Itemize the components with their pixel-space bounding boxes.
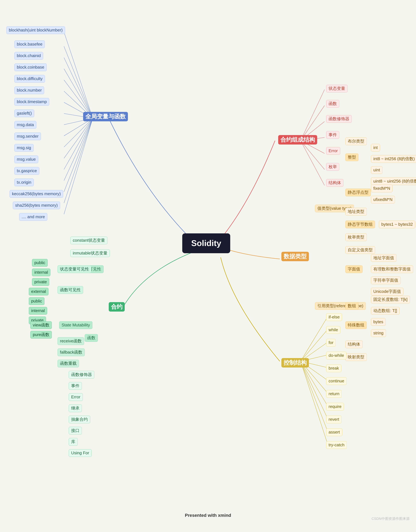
svg-line-18 [64, 118, 93, 158]
center-label: Solidity [191, 238, 221, 249]
svg-line-6 [301, 141, 325, 185]
const-var: constant状态变量 [70, 237, 107, 244]
lit-4: Unicode字面值 [371, 288, 403, 295]
array-node: 数组 [345, 302, 359, 310]
svg-line-20 [64, 118, 93, 181]
fv-internal: internal [29, 307, 47, 315]
gc-inherit: 继承 [69, 404, 82, 412]
center-node: Solidity [182, 233, 230, 253]
svg-line-23 [64, 118, 93, 214]
green-main-node: 合约 [109, 302, 125, 312]
spec-1: bytes [371, 318, 386, 326]
gc-modifier: 函数修饰器 [69, 371, 94, 379]
yellow-main-node: 控制结构 [281, 358, 309, 368]
func-overload: 函数重载 [57, 360, 79, 367]
blue-child-13: tx.gasprice [14, 167, 39, 175]
red-main-node: 合约组成结构 [278, 135, 317, 144]
orange-main-node: 数据类型 [281, 252, 309, 261]
red-child-3: 函数修饰器 [326, 115, 352, 123]
blue-child-4: block.coinbase [14, 64, 47, 71]
blue-child-10: msg.sender [14, 133, 41, 140]
enum-node: 枚举类型 [345, 233, 367, 241]
ctrl-5: break [326, 364, 341, 372]
svg-line-17 [64, 118, 93, 147]
ctrl-8: require [326, 403, 344, 410]
svg-line-19 [64, 118, 93, 170]
svg-line-10 [64, 69, 93, 118]
sm-view: view函数 [30, 321, 52, 329]
bytes-range: bytes1 ~ bytes32 [379, 221, 415, 228]
struct-node: 结构体 [345, 341, 363, 348]
immutable-var: inmutable状态变量 [70, 249, 110, 257]
blue-child-14: tx.origin [14, 179, 34, 186]
svg-line-8 [64, 46, 93, 118]
ctrl-4: do-while [326, 352, 346, 359]
blue-child-15: keccak256(bytes memory) [9, 190, 63, 198]
gc-abstract: 抽象合约 [69, 416, 90, 423]
svg-line-25 [301, 329, 328, 361]
svg-line-31 [301, 361, 328, 406]
red-child-2: 函数 [326, 100, 339, 108]
int-3: uint [371, 166, 382, 174]
literal-node: 字面值 [345, 265, 363, 273]
ctrl-9: revert [326, 416, 341, 423]
float-group-node: 静态浮点型 [345, 189, 371, 196]
state-vis-node: 状态变量可见性 [57, 265, 91, 273]
blue-child-8: gasleft() [14, 110, 34, 117]
blue-child-11: msg.sig [14, 144, 34, 152]
svg-line-0 [301, 90, 325, 141]
int-4: uint8 ~ uint256 (8的倍数) [371, 177, 416, 185]
lit-2: 有理数和整数字面值 [371, 265, 413, 273]
func-fallback: fallback函数 [57, 349, 85, 356]
arr-1: 固定长度数组: T[k] [371, 296, 410, 304]
connections-svg [0, 0, 416, 524]
ctrl-3: for [326, 339, 336, 347]
ctrl-7: return [326, 390, 342, 398]
func-receive: receive函数 [57, 337, 84, 345]
watermark: CSDN中图资源作图来源 [372, 516, 410, 521]
gc-error: Error [69, 393, 83, 401]
blue-child-16: sha256(bytes memory) [13, 202, 60, 209]
ctrl-2: while [326, 326, 340, 334]
int-1: int [371, 144, 380, 152]
svg-line-33 [301, 361, 328, 432]
addr-node: 地址类型 [345, 208, 367, 216]
bool-node: 布尔类型 [345, 137, 367, 145]
svg-line-24 [301, 316, 328, 361]
spec-2: string [371, 329, 386, 337]
blue-child-12: msg.value [14, 156, 38, 163]
mindmap-container: Solidity 合约组成结构 状态变量 函数 函数修饰器 事件 Error 枚… [0, 0, 416, 524]
func-vis-node: 函数可见性 [57, 286, 83, 294]
gc-lib: 库 [69, 438, 78, 446]
lit-3: 字符串字面值 [371, 276, 401, 284]
blue-main-node: 全局变量与函数 [83, 112, 128, 121]
blue-child-5: block.difficulty [14, 75, 45, 83]
custom-node: 自定义值类型 [345, 246, 375, 254]
bytes-fixed-node: 静态字节数组 [345, 221, 375, 228]
svg-line-32 [301, 361, 328, 419]
mapping-node: 映射类型 [345, 353, 367, 361]
red-child-4: 事件 [326, 131, 339, 139]
blue-child-6: block.number [14, 86, 44, 94]
red-child-5: Error [326, 147, 340, 155]
blue-child-17: .... and more [19, 213, 47, 221]
int-group-node: 整型 [345, 153, 359, 161]
ctrl-1: if-else [326, 313, 342, 321]
lit-1: 地址字面值 [371, 254, 397, 262]
svg-line-22 [64, 118, 93, 203]
blue-child-2: block.basefee [14, 40, 45, 48]
svg-line-7 [64, 32, 93, 118]
arr-2: 动态数组: T[] [371, 307, 399, 315]
fv-external: external [29, 288, 48, 295]
blue-child-7: block.timestamp [14, 98, 49, 106]
svg-line-21 [64, 118, 93, 192]
int-2: int8 ~ int256 (8的倍数) [371, 155, 416, 163]
special-array-node: 特殊数组 [345, 321, 367, 329]
svg-line-34 [301, 361, 328, 444]
svg-line-9 [64, 57, 93, 118]
red-child-7: 结构体 [326, 179, 343, 187]
red-child-6: 枚举 [326, 163, 339, 171]
state-mut-node: State Mutability [59, 321, 92, 329]
blue-child-3: block.chainid [14, 52, 43, 60]
ctrl-6: continue [326, 377, 347, 385]
